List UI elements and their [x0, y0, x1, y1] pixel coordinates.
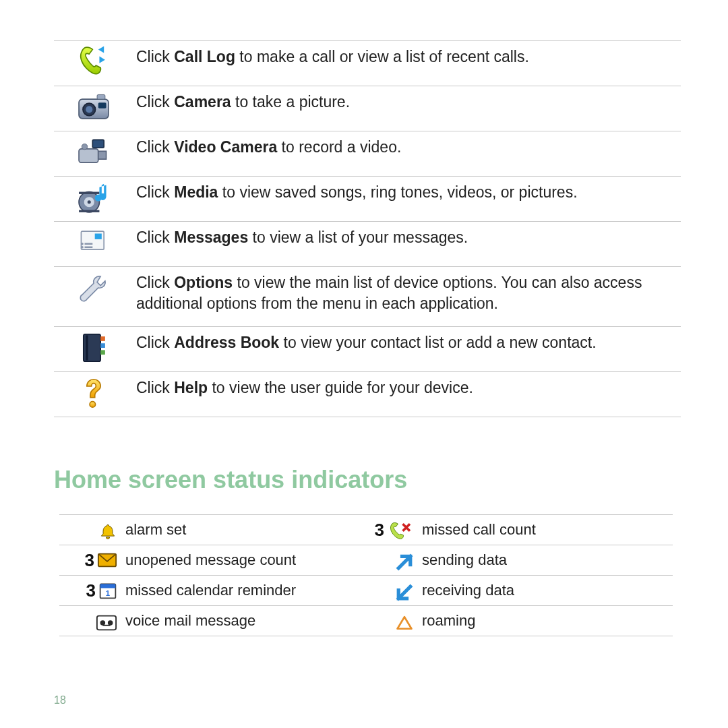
text: Click [136, 48, 174, 65]
text: Click [136, 334, 174, 351]
bold-text: Camera [174, 93, 231, 111]
messages-icon [75, 224, 112, 261]
indicator-label: missed calendar reminder [123, 576, 344, 606]
text: to view saved songs, ring tones, videos,… [218, 183, 577, 201]
camera-icon [75, 89, 112, 125]
svg-rect-7 [92, 140, 104, 148]
svg-rect-5 [79, 149, 98, 162]
app-desc: Click Address Book to view your contact … [133, 327, 681, 372]
svg-rect-6 [98, 151, 107, 159]
text: to view your contact list or add a new c… [279, 334, 596, 351]
app-row-address-book: Click Address Book to view your contact … [54, 327, 681, 372]
indicator-row: 3 unopened message count sending data [59, 545, 673, 576]
svg-rect-21 [100, 336, 105, 341]
text: Click [136, 274, 174, 291]
indicator-label: alarm set [123, 515, 344, 545]
svg-text:1: 1 [106, 589, 110, 597]
svg-point-8 [82, 144, 87, 149]
text: Click [136, 379, 174, 396]
text: to take a picture. [231, 93, 350, 111]
app-desc: Click Camera to take a picture. [133, 86, 681, 131]
indicator-label: sending data [419, 545, 673, 576]
app-row-options: Click Options to view the main list of d… [54, 267, 681, 327]
app-row-call-log: Click Call Log to make a call or view a … [54, 41, 681, 86]
svg-point-3 [86, 106, 92, 113]
svg-point-19 [81, 243, 83, 245]
count: 3 [86, 580, 96, 601]
app-desc: Click Call Log to make a call or view a … [133, 41, 681, 86]
section-heading: Home screen status indicators [54, 466, 681, 494]
text: Click [136, 138, 174, 156]
svg-point-33 [100, 620, 106, 626]
svg-rect-12 [79, 192, 99, 194]
voicemail-icon [96, 613, 117, 632]
alarm-bell-icon [98, 522, 117, 541]
svg-rect-30 [100, 584, 116, 588]
indicator-label: voice mail message [123, 606, 344, 636]
arrow-up-right-icon [395, 553, 414, 572]
svg-rect-13 [79, 210, 99, 212]
app-desc: Click Media to view saved songs, ring to… [133, 177, 681, 222]
text: to view a list of your messages. [248, 229, 468, 246]
help-icon [75, 375, 112, 411]
app-desc: Click Help to view the user guide for yo… [133, 372, 681, 417]
text: Click [136, 229, 174, 246]
options-wrench-icon [75, 270, 112, 306]
app-row-video-camera: Click Video Camera to record a video. [54, 131, 681, 177]
app-row-help: Click Help to view the user guide for yo… [54, 372, 681, 417]
svg-rect-24 [86, 336, 88, 361]
app-row-messages: Click Messages to view a list of your me… [54, 222, 681, 267]
bold-text: Address Book [174, 334, 279, 351]
status-indicators-table: alarm set 3 missed call count 3 [59, 514, 673, 636]
app-row-media: Click Media to view saved songs, ring to… [54, 177, 681, 222]
count: 3 [375, 520, 384, 541]
manual-page: Click Call Log to make a call or view a … [0, 0, 728, 728]
roaming-triangle-icon [395, 613, 414, 632]
svg-rect-22 [100, 343, 105, 348]
svg-rect-32 [97, 616, 116, 630]
media-icon [75, 179, 112, 216]
bold-text: Options [174, 274, 233, 291]
text: to record a video. [277, 138, 401, 156]
indicator-row: alarm set 3 missed call count [59, 515, 673, 545]
count: 3 [85, 550, 94, 571]
app-desc: Click Options to view the main list of d… [133, 267, 681, 327]
bold-text: Media [174, 183, 218, 201]
indicator-label: receiving data [419, 576, 673, 606]
apps-table: Click Call Log to make a call or view a … [54, 40, 681, 417]
text: to make a call or view a list of recent … [235, 48, 529, 65]
text: Click [136, 183, 174, 201]
svg-rect-23 [100, 350, 105, 355]
text: Click [136, 93, 174, 111]
arrow-down-left-icon [395, 583, 414, 602]
indicator-row: 3 1 missed calendar reminder recei [59, 576, 673, 606]
call-log-icon [75, 44, 112, 80]
indicator-label: unopened message count [123, 545, 344, 576]
bold-text: Video Camera [174, 138, 277, 156]
video-camera-icon [75, 134, 112, 171]
text: to view the user guide for your device. [208, 379, 473, 396]
svg-rect-4 [98, 102, 107, 108]
svg-point-11 [88, 200, 91, 204]
svg-point-25 [90, 402, 95, 407]
bold-text: Call Log [174, 48, 235, 65]
svg-rect-15 [95, 234, 102, 239]
envelope-icon [97, 551, 117, 570]
app-desc: Click Messages to view a list of your me… [133, 222, 681, 267]
page-number: 18 [54, 694, 66, 706]
svg-point-34 [108, 620, 113, 626]
calendar-icon: 1 [98, 581, 117, 600]
svg-point-18 [81, 246, 83, 248]
app-desc: Click Video Camera to record a video. [133, 131, 681, 177]
indicator-label: roaming [419, 606, 673, 636]
address-book-icon [75, 330, 112, 366]
app-row-camera: Click Camera to take a picture. [54, 86, 681, 131]
bold-text: Help [174, 379, 208, 396]
svg-rect-1 [97, 94, 105, 99]
missed-call-icon [387, 520, 414, 539]
indicator-row: voice mail message roaming [59, 606, 673, 636]
bold-text: Messages [174, 229, 248, 246]
indicator-label: missed call count [419, 515, 673, 545]
